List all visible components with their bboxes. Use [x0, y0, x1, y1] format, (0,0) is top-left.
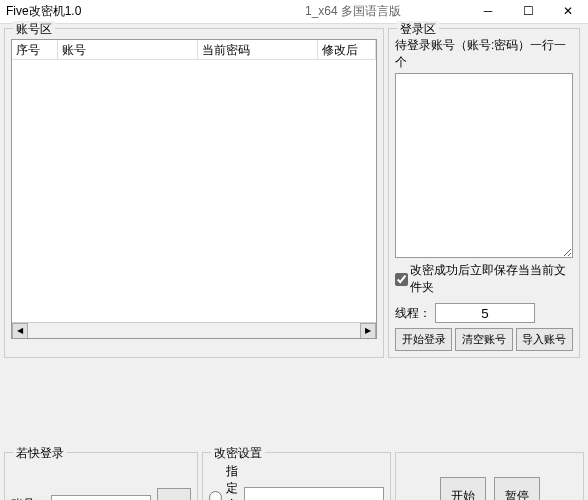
- start-login-button[interactable]: 开始登录: [395, 328, 452, 351]
- bg-window-fragment: 1_x64 多国语言版: [305, 3, 401, 20]
- col-current-pw[interactable]: 当前密码: [198, 40, 318, 59]
- ql-account-input[interactable]: [51, 495, 151, 501]
- titlebar: Five改密机1.0 1_x64 多国语言版 ─ ☐ ✕: [0, 0, 588, 24]
- account-area-group: 账号区 序号 账号 当前密码 修改后 ◀ ▶: [4, 28, 384, 358]
- specified-pw-label: 指定密码: [226, 463, 240, 500]
- pending-accounts-label: 待登录账号（账号:密码）一行一个: [395, 37, 573, 71]
- ql-account-label: 账号：: [11, 496, 47, 500]
- col-seq[interactable]: 序号: [12, 40, 58, 59]
- quick-login-title: 若快登录: [13, 445, 67, 462]
- pause-button[interactable]: 暂停: [494, 477, 540, 501]
- window-title: Five改密机1.0: [6, 3, 81, 20]
- specified-pw-radio[interactable]: [209, 491, 222, 501]
- import-accounts-button[interactable]: 导入账号: [516, 328, 573, 351]
- thread-input[interactable]: [435, 303, 535, 323]
- maximize-button[interactable]: ☐: [508, 0, 548, 22]
- password-settings-group: 改密设置 指定密码 随机9位密码（数字字母混合密码）: [202, 452, 391, 500]
- window-controls: ─ ☐ ✕: [468, 0, 588, 22]
- action-group: 开始 暂停: [395, 452, 584, 500]
- login-area-group: 登录区 待登录账号（账号:密码）一行一个 改密成功后立即保存当当前文件夹 线程：…: [388, 28, 580, 358]
- pw-settings-title: 改密设置: [211, 445, 265, 462]
- save-on-success-checkbox[interactable]: [395, 273, 408, 286]
- account-table: 序号 账号 当前密码 修改后 ◀ ▶: [11, 39, 377, 339]
- start-button[interactable]: 开始: [440, 477, 486, 501]
- table-header: 序号 账号 当前密码 修改后: [12, 40, 376, 60]
- horizontal-scrollbar[interactable]: ◀ ▶: [12, 322, 376, 338]
- quick-login-group: 若快登录 账号： 密码： 登录: [4, 452, 198, 500]
- scroll-left-icon[interactable]: ◀: [12, 323, 28, 339]
- ql-login-button[interactable]: 登录: [157, 488, 191, 500]
- minimize-button[interactable]: ─: [468, 0, 508, 22]
- pending-accounts-input[interactable]: [395, 73, 573, 258]
- scroll-right-icon[interactable]: ▶: [360, 323, 376, 339]
- account-area-title: 账号区: [13, 21, 55, 38]
- specified-pw-input[interactable]: [244, 487, 384, 500]
- save-on-success-label: 改密成功后立即保存当当前文件夹: [410, 262, 573, 296]
- col-new-pw[interactable]: 修改后: [318, 40, 376, 59]
- close-button[interactable]: ✕: [548, 0, 588, 22]
- clear-accounts-button[interactable]: 清空账号: [455, 328, 512, 351]
- thread-label: 线程：: [395, 305, 431, 322]
- table-body: [12, 60, 376, 318]
- login-area-title: 登录区: [397, 21, 439, 38]
- col-account[interactable]: 账号: [58, 40, 198, 59]
